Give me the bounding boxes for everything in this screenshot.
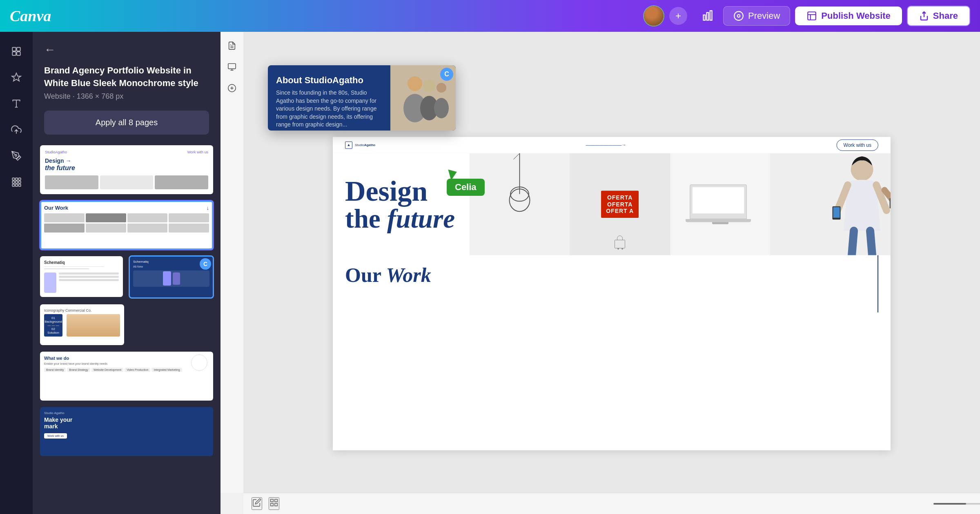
zoom-controls: 50% [930, 497, 972, 510]
avatar[interactable] [643, 5, 664, 27]
canvas-add-button[interactable] [223, 79, 241, 97]
svg-rect-20 [18, 184, 20, 186]
share-button[interactable]: Share [907, 6, 970, 26]
svg-rect-2 [710, 11, 712, 20]
svg-rect-18 [12, 184, 14, 186]
template-thumbnails: StudioAgatho Work with us Design →the fu… [33, 144, 220, 457]
thumbnail-image: Iconography Commercial Co. 01Background—… [40, 304, 124, 345]
canva-logo: Canva [10, 7, 51, 25]
template-panel: ← Brand Agency Portfolio Website in Whit… [33, 32, 220, 514]
svg-rect-15 [12, 181, 14, 183]
svg-point-41 [621, 248, 623, 250]
zoom-slider[interactable] [933, 503, 980, 505]
template-thumb-iconography[interactable]: Iconography Commercial Co. 01Background—… [39, 304, 125, 346]
svg-point-11 [15, 155, 17, 156]
popup-content: About StudioAgatho Since its founding in… [268, 65, 456, 131]
svg-point-31 [423, 80, 435, 92]
blue-accent-line [878, 255, 878, 312]
svg-rect-46 [271, 499, 273, 502]
preview-button[interactable]: Preview [723, 6, 790, 26]
thumbnail-image: What we do Enable your brand have your b… [40, 352, 213, 401]
thumbnail-image: Schematiq [40, 256, 123, 297]
sidebar-item-upload[interactable] [5, 118, 28, 141]
celia-cursor: Celia [443, 171, 485, 196]
hero-img-laptop [670, 153, 771, 255]
hero-images: OFERTAOFERTAOFERT A [470, 153, 891, 255]
svg-rect-44 [833, 207, 840, 218]
canvas-area[interactable]: About StudioAgatho Since its founding in… [243, 32, 980, 493]
page-header: ▲ StudioAgatho ————————→ Work with us [333, 137, 891, 153]
svg-line-38 [513, 153, 519, 160]
thumbnail-image: Our Work↓ [40, 201, 213, 250]
header-arrow: ————————→ [586, 142, 626, 148]
svg-rect-48 [275, 503, 277, 506]
svg-rect-47 [275, 499, 277, 502]
our-work-title: Our Work [345, 264, 878, 287]
logo-agatho: Agatho [364, 143, 376, 147]
svg-rect-45 [890, 198, 891, 208]
work-with-us-button[interactable]: Work with us [837, 140, 878, 151]
svg-rect-5 [808, 12, 816, 20]
popup-badge: C [440, 68, 453, 81]
svg-rect-12 [12, 178, 14, 180]
grid-icon[interactable] [269, 497, 279, 510]
notes-icon[interactable] [252, 497, 262, 510]
sidebar-item-elements[interactable] [5, 66, 28, 89]
sidebar-item-text[interactable] [5, 92, 28, 115]
template-thumb-schematiq-alt[interactable]: Schematiq All-New C [129, 255, 214, 299]
add-button[interactable]: + [669, 7, 687, 25]
sidebar-item-pages[interactable] [5, 40, 28, 63]
oferta-banner: OFERTAOFERTAOFERT A [601, 191, 639, 218]
apply-all-pages-button[interactable]: Apply all 8 pages [44, 111, 209, 135]
canvas-popup[interactable]: About StudioAgatho Since its founding in… [268, 65, 456, 131]
canvas-tools [220, 32, 243, 493]
left-sidebar [0, 32, 33, 514]
svg-point-34 [434, 98, 449, 118]
bottom-bar: 50% [243, 493, 980, 514]
hero-img-lamp [470, 153, 570, 255]
template-subtitle: Website · 1366 × 768 px [44, 92, 209, 101]
template-thumb-design-future[interactable]: StudioAgatho Work with us Design →the fu… [39, 144, 214, 195]
logo-studio: Studio [355, 143, 364, 147]
thumbnail-image: StudioAgatho Work with us Design →the fu… [40, 145, 213, 194]
hero-img-oferta: OFERTAOFERTAOFERT A [570, 153, 670, 255]
cart-icon [612, 235, 628, 251]
canvas-notes-button[interactable] [223, 37, 241, 55]
svg-point-29 [408, 76, 422, 91]
svg-point-3 [734, 11, 743, 20]
template-thumb-our-work[interactable]: Our Work↓ [39, 200, 214, 250]
panel-header: ← Brand Agency Portfolio Website in Whit… [33, 32, 220, 144]
logo-icon: ▲ [345, 142, 352, 149]
svg-rect-1 [707, 13, 709, 20]
user-avatar-image [644, 5, 664, 27]
template-title: Brand Agency Portfolio Website in White … [44, 64, 209, 90]
svg-rect-39 [615, 240, 625, 248]
svg-rect-23 [228, 64, 236, 69]
top-navigation: Canva + Preview Publish Website Share [0, 0, 980, 32]
celia-label: Celia [447, 179, 485, 196]
svg-rect-8 [12, 52, 16, 55]
svg-rect-14 [18, 178, 20, 180]
popup-description: Since its founding in the 80s, Studio Ag… [276, 89, 382, 129]
template-thumb-what-we-do[interactable]: What we do Enable your brand have your b… [39, 351, 214, 401]
thumbnail-image: Studio Agatho Make yourmark Work with us [40, 407, 213, 456]
sidebar-item-draw[interactable] [5, 144, 28, 167]
svg-rect-17 [18, 181, 20, 183]
popup-title: About StudioAgatho [276, 75, 382, 86]
back-icon: ← [44, 43, 56, 56]
our-work-section: Our Work [333, 255, 891, 317]
canvas-resize-button[interactable] [223, 58, 241, 76]
sidebar-item-apps[interactable] [5, 171, 28, 193]
page-logo: ▲ StudioAgatho [345, 142, 375, 149]
template-thumb-schematiq[interactable]: Schematiq [39, 255, 124, 299]
logo-text: StudioAgatho [355, 143, 375, 147]
back-button[interactable]: ← [44, 43, 56, 56]
hero-img-person [771, 153, 891, 255]
svg-rect-9 [17, 52, 20, 55]
svg-rect-13 [16, 178, 18, 180]
publish-website-button[interactable]: Publish Website [795, 7, 902, 25]
template-thumb-make-your-mark[interactable]: Studio Agatho Make yourmark Work with us [39, 406, 214, 457]
svg-rect-19 [16, 184, 18, 186]
svg-point-33 [437, 83, 446, 93]
stats-button[interactable] [695, 7, 720, 25]
